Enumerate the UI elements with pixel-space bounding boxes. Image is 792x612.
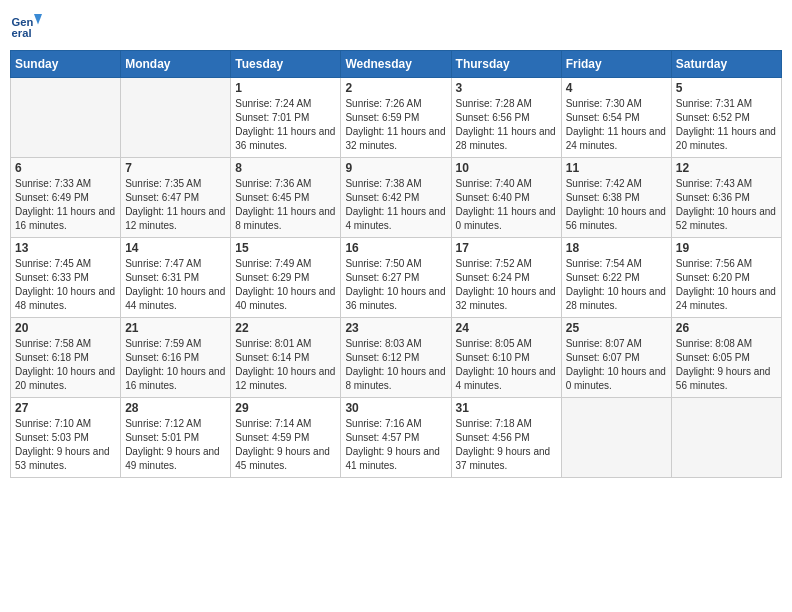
- day-info: Sunrise: 7:56 AMSunset: 6:20 PMDaylight:…: [676, 257, 777, 313]
- calendar-cell: 8Sunrise: 7:36 AMSunset: 6:45 PMDaylight…: [231, 158, 341, 238]
- calendar-cell: 14Sunrise: 7:47 AMSunset: 6:31 PMDayligh…: [121, 238, 231, 318]
- day-info: Sunrise: 7:42 AMSunset: 6:38 PMDaylight:…: [566, 177, 667, 233]
- calendar-body: 1Sunrise: 7:24 AMSunset: 7:01 PMDaylight…: [11, 78, 782, 478]
- calendar-cell: 5Sunrise: 7:31 AMSunset: 6:52 PMDaylight…: [671, 78, 781, 158]
- calendar-cell: 23Sunrise: 8:03 AMSunset: 6:12 PMDayligh…: [341, 318, 451, 398]
- day-info: Sunrise: 8:07 AMSunset: 6:07 PMDaylight:…: [566, 337, 667, 393]
- day-info: Sunrise: 7:35 AMSunset: 6:47 PMDaylight:…: [125, 177, 226, 233]
- calendar-header: SundayMondayTuesdayWednesdayThursdayFrid…: [11, 51, 782, 78]
- svg-text:eral: eral: [12, 27, 32, 39]
- logo: Gen eral: [10, 10, 46, 42]
- day-number: 19: [676, 241, 777, 255]
- day-info: Sunrise: 7:36 AMSunset: 6:45 PMDaylight:…: [235, 177, 336, 233]
- day-number: 1: [235, 81, 336, 95]
- day-number: 22: [235, 321, 336, 335]
- day-info: Sunrise: 7:26 AMSunset: 6:59 PMDaylight:…: [345, 97, 446, 153]
- day-number: 15: [235, 241, 336, 255]
- day-number: 6: [15, 161, 116, 175]
- day-number: 3: [456, 81, 557, 95]
- day-number: 21: [125, 321, 226, 335]
- day-number: 29: [235, 401, 336, 415]
- day-info: Sunrise: 8:03 AMSunset: 6:12 PMDaylight:…: [345, 337, 446, 393]
- page-header: Gen eral: [10, 10, 782, 42]
- day-number: 27: [15, 401, 116, 415]
- day-info: Sunrise: 7:28 AMSunset: 6:56 PMDaylight:…: [456, 97, 557, 153]
- calendar-cell: 10Sunrise: 7:40 AMSunset: 6:40 PMDayligh…: [451, 158, 561, 238]
- calendar-cell: 3Sunrise: 7:28 AMSunset: 6:56 PMDaylight…: [451, 78, 561, 158]
- calendar-cell: [11, 78, 121, 158]
- day-info: Sunrise: 7:30 AMSunset: 6:54 PMDaylight:…: [566, 97, 667, 153]
- calendar-cell: 28Sunrise: 7:12 AMSunset: 5:01 PMDayligh…: [121, 398, 231, 478]
- day-number: 7: [125, 161, 226, 175]
- day-info: Sunrise: 7:14 AMSunset: 4:59 PMDaylight:…: [235, 417, 336, 473]
- day-info: Sunrise: 7:18 AMSunset: 4:56 PMDaylight:…: [456, 417, 557, 473]
- day-info: Sunrise: 8:08 AMSunset: 6:05 PMDaylight:…: [676, 337, 777, 393]
- day-number: 16: [345, 241, 446, 255]
- day-info: Sunrise: 7:45 AMSunset: 6:33 PMDaylight:…: [15, 257, 116, 313]
- day-number: 24: [456, 321, 557, 335]
- calendar-cell: 12Sunrise: 7:43 AMSunset: 6:36 PMDayligh…: [671, 158, 781, 238]
- day-number: 2: [345, 81, 446, 95]
- day-number: 12: [676, 161, 777, 175]
- day-number: 8: [235, 161, 336, 175]
- day-info: Sunrise: 7:49 AMSunset: 6:29 PMDaylight:…: [235, 257, 336, 313]
- calendar-cell: 15Sunrise: 7:49 AMSunset: 6:29 PMDayligh…: [231, 238, 341, 318]
- svg-text:Gen: Gen: [12, 16, 34, 28]
- calendar-week-4: 20Sunrise: 7:58 AMSunset: 6:18 PMDayligh…: [11, 318, 782, 398]
- calendar-week-1: 1Sunrise: 7:24 AMSunset: 7:01 PMDaylight…: [11, 78, 782, 158]
- day-info: Sunrise: 7:54 AMSunset: 6:22 PMDaylight:…: [566, 257, 667, 313]
- day-number: 11: [566, 161, 667, 175]
- day-info: Sunrise: 7:47 AMSunset: 6:31 PMDaylight:…: [125, 257, 226, 313]
- day-number: 23: [345, 321, 446, 335]
- calendar-cell: 27Sunrise: 7:10 AMSunset: 5:03 PMDayligh…: [11, 398, 121, 478]
- calendar-cell: 18Sunrise: 7:54 AMSunset: 6:22 PMDayligh…: [561, 238, 671, 318]
- calendar-week-2: 6Sunrise: 7:33 AMSunset: 6:49 PMDaylight…: [11, 158, 782, 238]
- day-info: Sunrise: 7:52 AMSunset: 6:24 PMDaylight:…: [456, 257, 557, 313]
- day-number: 14: [125, 241, 226, 255]
- day-number: 20: [15, 321, 116, 335]
- calendar-table: SundayMondayTuesdayWednesdayThursdayFrid…: [10, 50, 782, 478]
- calendar-cell: 24Sunrise: 8:05 AMSunset: 6:10 PMDayligh…: [451, 318, 561, 398]
- calendar-cell: 7Sunrise: 7:35 AMSunset: 6:47 PMDaylight…: [121, 158, 231, 238]
- calendar-cell: 21Sunrise: 7:59 AMSunset: 6:16 PMDayligh…: [121, 318, 231, 398]
- calendar-cell: 2Sunrise: 7:26 AMSunset: 6:59 PMDaylight…: [341, 78, 451, 158]
- weekday-header-monday: Monday: [121, 51, 231, 78]
- logo-icon: Gen eral: [10, 10, 42, 42]
- day-number: 30: [345, 401, 446, 415]
- calendar-cell: [671, 398, 781, 478]
- calendar-cell: 30Sunrise: 7:16 AMSunset: 4:57 PMDayligh…: [341, 398, 451, 478]
- calendar-cell: 26Sunrise: 8:08 AMSunset: 6:05 PMDayligh…: [671, 318, 781, 398]
- day-number: 31: [456, 401, 557, 415]
- weekday-header-wednesday: Wednesday: [341, 51, 451, 78]
- calendar-cell: 6Sunrise: 7:33 AMSunset: 6:49 PMDaylight…: [11, 158, 121, 238]
- day-number: 17: [456, 241, 557, 255]
- day-info: Sunrise: 7:16 AMSunset: 4:57 PMDaylight:…: [345, 417, 446, 473]
- calendar-week-3: 13Sunrise: 7:45 AMSunset: 6:33 PMDayligh…: [11, 238, 782, 318]
- calendar-week-5: 27Sunrise: 7:10 AMSunset: 5:03 PMDayligh…: [11, 398, 782, 478]
- calendar-cell: 4Sunrise: 7:30 AMSunset: 6:54 PMDaylight…: [561, 78, 671, 158]
- day-number: 4: [566, 81, 667, 95]
- day-number: 18: [566, 241, 667, 255]
- day-number: 5: [676, 81, 777, 95]
- calendar-cell: 17Sunrise: 7:52 AMSunset: 6:24 PMDayligh…: [451, 238, 561, 318]
- calendar-cell: [561, 398, 671, 478]
- calendar-cell: 9Sunrise: 7:38 AMSunset: 6:42 PMDaylight…: [341, 158, 451, 238]
- day-number: 25: [566, 321, 667, 335]
- weekday-header-friday: Friday: [561, 51, 671, 78]
- day-info: Sunrise: 7:33 AMSunset: 6:49 PMDaylight:…: [15, 177, 116, 233]
- weekday-header-sunday: Sunday: [11, 51, 121, 78]
- day-info: Sunrise: 7:10 AMSunset: 5:03 PMDaylight:…: [15, 417, 116, 473]
- day-info: Sunrise: 7:24 AMSunset: 7:01 PMDaylight:…: [235, 97, 336, 153]
- day-info: Sunrise: 7:12 AMSunset: 5:01 PMDaylight:…: [125, 417, 226, 473]
- day-number: 28: [125, 401, 226, 415]
- calendar-cell: 19Sunrise: 7:56 AMSunset: 6:20 PMDayligh…: [671, 238, 781, 318]
- day-info: Sunrise: 7:31 AMSunset: 6:52 PMDaylight:…: [676, 97, 777, 153]
- calendar-cell: [121, 78, 231, 158]
- day-info: Sunrise: 7:50 AMSunset: 6:27 PMDaylight:…: [345, 257, 446, 313]
- day-info: Sunrise: 7:38 AMSunset: 6:42 PMDaylight:…: [345, 177, 446, 233]
- day-info: Sunrise: 8:01 AMSunset: 6:14 PMDaylight:…: [235, 337, 336, 393]
- day-info: Sunrise: 8:05 AMSunset: 6:10 PMDaylight:…: [456, 337, 557, 393]
- calendar-cell: 25Sunrise: 8:07 AMSunset: 6:07 PMDayligh…: [561, 318, 671, 398]
- day-info: Sunrise: 7:59 AMSunset: 6:16 PMDaylight:…: [125, 337, 226, 393]
- day-number: 10: [456, 161, 557, 175]
